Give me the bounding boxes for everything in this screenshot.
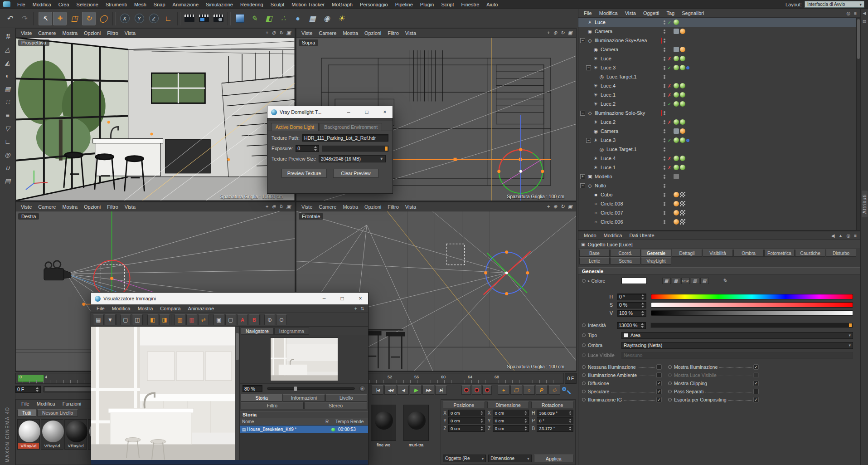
tree-expander-icon[interactable] <box>586 93 591 98</box>
lock-z-axis-icon[interactable]: Z <box>147 12 160 25</box>
tree-expander-icon[interactable] <box>586 156 591 161</box>
phong-tag-icon[interactable] <box>680 56 685 61</box>
viewport-menu-item[interactable]: Mostra <box>59 30 81 36</box>
anim-dot-icon[interactable] <box>582 333 586 337</box>
compare-mode-icon[interactable]: ◧ <box>147 314 158 325</box>
viewport-menu-item[interactable]: Filtro <box>384 204 402 210</box>
rotate-view-icon[interactable]: ↻ <box>560 204 564 210</box>
save-image-icon[interactable]: ▼ <box>105 314 116 325</box>
tree-row[interactable]: + ▣ Modello ✓ <box>578 172 860 181</box>
compare-wipe-icon[interactable]: ◨ <box>159 314 170 325</box>
visibility-dots-icon[interactable] <box>664 93 665 97</box>
add-spline-icon[interactable]: ✎ <box>247 12 261 25</box>
rotate-tool-icon[interactable]: ↻ <box>82 12 96 25</box>
layer-color-bar[interactable] <box>661 101 662 107</box>
phong-tag-icon[interactable] <box>674 137 679 143</box>
enable-state-icon[interactable]: ✓ <box>667 138 672 143</box>
orange-tag-icon[interactable] <box>674 219 679 225</box>
phong-tag-icon[interactable] <box>674 101 679 107</box>
checkbox[interactable] <box>753 389 759 394</box>
move-tool-icon[interactable]: + <box>53 12 67 25</box>
color-spectrum-icon[interactable]: ▩ <box>672 278 680 284</box>
stepper-icon[interactable] <box>524 426 527 431</box>
tree-row[interactable]: ☀ Luce.1 ✗ <box>578 163 860 172</box>
dialog-tab[interactable]: Active Dome Light <box>271 123 319 131</box>
tree-row[interactable]: ☀ Luce.2 ✗ <box>578 117 860 127</box>
live-selection-icon[interactable]: ↖ <box>39 12 52 25</box>
table-column-header[interactable]: Nome <box>240 419 325 424</box>
layout-selector[interactable]: Interfaccia di Avvio▾ <box>805 1 864 8</box>
menu-item[interactable]: Oggetti <box>640 10 663 16</box>
checkbox[interactable] <box>753 364 759 370</box>
viewport-menu-item[interactable]: Opzioni <box>361 30 384 36</box>
apply-button[interactable]: Applica <box>534 455 573 462</box>
checkbox[interactable] <box>656 389 662 394</box>
hsv-value-field[interactable]: 0 % <box>617 302 646 308</box>
material-item[interactable]: fine wo <box>371 405 396 447</box>
toggle-view-icon[interactable]: ▣ <box>568 204 572 210</box>
enable-state-icon[interactable]: ✓ <box>667 20 672 25</box>
material-filter-tab[interactable]: Tutti <box>17 409 36 416</box>
tree-row[interactable]: ◎ Luce.Target.1 ✓ <box>578 145 860 154</box>
toggle-view-icon[interactable]: ▣ <box>568 30 572 36</box>
stepper-icon[interactable] <box>640 294 645 299</box>
orange-tag-icon[interactable] <box>680 47 685 52</box>
anim-dot-icon[interactable] <box>582 279 586 283</box>
layer-color-bar[interactable] <box>661 65 662 71</box>
maximize-button[interactable]: □ <box>335 293 350 304</box>
tree-row[interactable]: ☀ Luce ✓ <box>578 18 860 27</box>
tree-expander-icon[interactable]: − <box>580 111 585 116</box>
layer-color-bar[interactable] <box>661 38 662 44</box>
viewport-menu-item[interactable]: Camere <box>315 204 339 210</box>
anim-dot-icon[interactable] <box>582 323 586 327</box>
shadow-type-dropdown[interactable]: Raytracing (Netta)▾ <box>621 342 853 349</box>
layer-color-bar[interactable] <box>661 20 662 25</box>
cam-tag-icon[interactable] <box>674 47 679 52</box>
layer-color-bar[interactable] <box>661 210 662 216</box>
visibility-dots-icon[interactable] <box>664 175 665 179</box>
material-filter-tab[interactable]: Nessun Livello <box>37 409 78 416</box>
lock-y-axis-icon[interactable]: Y <box>132 12 146 25</box>
enable-state-icon[interactable]: ✗ <box>667 165 672 170</box>
viewport-menu-item[interactable]: Vista <box>402 204 419 210</box>
tree-row[interactable]: ■ Cubo ✓ <box>578 190 860 199</box>
edges-mode-icon[interactable]: ≡ <box>1 109 14 121</box>
filter-icon[interactable]: ≡ <box>854 11 857 16</box>
open-image-icon[interactable]: ▤ <box>93 314 104 325</box>
visibility-dots-icon[interactable] <box>664 48 665 52</box>
object-manager-scrollbar[interactable] <box>856 18 860 230</box>
prev-frame-button[interactable]: ◀ <box>397 385 409 395</box>
key-icon[interactable] <box>562 387 566 391</box>
material-item[interactable]: muri-tra <box>403 405 429 447</box>
menu-item[interactable]: Mostra <box>134 306 157 311</box>
visibility-dots-icon[interactable] <box>664 193 665 197</box>
layer-color-bar[interactable] <box>661 83 662 89</box>
attribute-tab[interactable]: Generale <box>641 250 671 257</box>
attribute-tab[interactable]: Dettagli <box>672 250 702 257</box>
dolly-view-icon[interactable]: ⊕ <box>272 204 276 210</box>
toolbar-icon[interactable] <box>177 12 180 25</box>
phong-tag-icon[interactable] <box>680 137 685 143</box>
phong-tag-icon[interactable] <box>674 56 679 61</box>
zoom-popup-icon[interactable]: ▸ <box>359 386 365 392</box>
layer-color-bar[interactable] <box>661 174 662 180</box>
viewer-info-tab[interactable]: Storia <box>241 394 282 401</box>
checkbox[interactable] <box>753 381 759 386</box>
goto-end-button[interactable]: ▶| <box>435 385 447 395</box>
menubar-item[interactable]: Finestre <box>458 2 483 7</box>
checker-tag-icon[interactable] <box>680 201 685 206</box>
visibility-dots-icon[interactable] <box>664 66 665 70</box>
layer-color-bar[interactable] <box>661 192 662 198</box>
coords-mode-dropdown[interactable]: Oggetto (Re▾ <box>443 455 486 462</box>
viewer-panel-tab[interactable]: Navigatore <box>241 328 274 335</box>
tree-expander-icon[interactable] <box>586 129 591 134</box>
anim-dot-icon[interactable] <box>668 390 672 393</box>
lock-icon[interactable]: ≡ <box>854 233 857 238</box>
visibility-dots-icon[interactable] <box>664 29 665 34</box>
viewer-toolbar-icon[interactable] <box>116 314 119 325</box>
color-swatch[interactable] <box>621 278 647 284</box>
menubar-item[interactable]: Simulazione <box>202 2 237 7</box>
prev-key-button[interactable]: ◀◀ <box>384 385 396 395</box>
enable-state-icon[interactable]: ✓ <box>667 102 672 107</box>
table-column-header[interactable]: Tempo Rende <box>335 419 368 424</box>
